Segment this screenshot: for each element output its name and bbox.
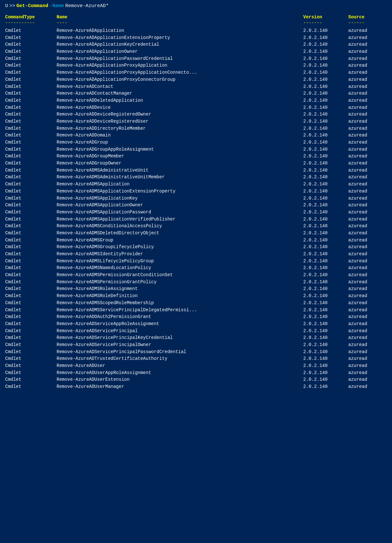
prompt-command: Get-Command	[16, 3, 48, 9]
table-row: CmdletRemove-AzureADGroupAppRoleAssignme…	[5, 146, 387, 153]
cell-type: Cmdlet	[5, 300, 57, 307]
table-row: CmdletRemove-AzureADMSApplication2.0.2.1…	[5, 181, 387, 188]
cell-version: 2.0.2.140	[303, 209, 348, 216]
cell-source: azuread	[348, 174, 387, 181]
col-header-name: Name	[57, 14, 303, 20]
cell-source: azuread	[348, 132, 387, 139]
table-row: CmdletRemove-AzureADServicePrincipalPass…	[5, 349, 387, 356]
table-row: CmdletRemove-AzureADMSNamedLocationPolic…	[5, 265, 387, 272]
cell-version: 2.0.2.140	[303, 104, 348, 111]
divider-row: ----------- ---- ------- ------	[5, 20, 387, 25]
cell-name: Remove-AzureADGroupAppRoleAssignment	[57, 146, 303, 153]
table-row: CmdletRemove-AzureADMSGroup2.0.2.140azur…	[5, 237, 387, 244]
cell-source: azuread	[348, 286, 387, 293]
cell-version: 2.0.2.140	[303, 216, 348, 223]
cell-version: 2.0.2.140	[303, 334, 348, 342]
cell-source: azuread	[348, 125, 387, 132]
cell-version: 2.0.2.140	[303, 62, 348, 69]
cell-version: 2.0.2.140	[303, 342, 348, 349]
cell-version: 2.0.2.140	[303, 300, 348, 307]
cell-source: azuread	[348, 342, 387, 349]
col-header-version: Version	[303, 14, 348, 20]
col-header-source: Source	[348, 14, 387, 20]
cell-type: Cmdlet	[5, 90, 57, 97]
cell-source: azuread	[348, 265, 387, 272]
cell-type: Cmdlet	[5, 349, 57, 356]
cell-source: azuread	[348, 293, 387, 300]
cell-type: Cmdlet	[5, 160, 57, 167]
table-row: CmdletRemove-AzureADContact2.0.2.140azur…	[5, 83, 387, 90]
cell-type: Cmdlet	[5, 370, 57, 377]
cell-version: 2.0.2.140	[303, 314, 348, 321]
cell-version: 2.0.2.140	[303, 370, 348, 377]
cell-name: Remove-AzureADMSRoleAssignment	[57, 286, 303, 293]
cell-source: azuread	[348, 90, 387, 97]
table-row: CmdletRemove-AzureADMSIdentityProvider2.…	[5, 251, 387, 258]
table-row: CmdletRemove-AzureADMSApplicationKey2.0.…	[5, 195, 387, 202]
cell-version: 2.0.2.140	[303, 111, 348, 118]
cell-source: azuread	[348, 48, 387, 55]
cell-version: 2.0.2.140	[303, 202, 348, 209]
cell-type: Cmdlet	[5, 195, 57, 202]
cell-source: azuread	[348, 314, 387, 321]
cell-name: Remove-AzureADServiceAppRoleAssignment	[57, 321, 303, 328]
cell-name: Remove-AzureADUser	[57, 362, 303, 370]
cell-version: 2.0.2.140	[303, 230, 348, 237]
table-row: CmdletRemove-AzureADMSConditionalAccessP…	[5, 223, 387, 230]
cell-type: Cmdlet	[5, 62, 57, 69]
table-row: CmdletRemove-AzureADMSRoleAssignment2.0.…	[5, 286, 387, 293]
cell-type: Cmdlet	[5, 321, 57, 328]
table-row: CmdletRemove-AzureADMSPermissionGrantPol…	[5, 279, 387, 286]
table-row: CmdletRemove-AzureADApplication2.0.2.140…	[5, 27, 387, 34]
table-row: CmdletRemove-AzureADUser2.0.2.140azuread	[5, 362, 387, 370]
table-row: CmdletRemove-AzureADGroup2.0.2.140azurea…	[5, 139, 387, 146]
table-row: CmdletRemove-AzureADMSAdministrativeUnit…	[5, 174, 387, 181]
divider-version: -------	[303, 20, 348, 25]
cell-type: Cmdlet	[5, 202, 57, 209]
cell-source: azuread	[348, 334, 387, 342]
table-row: CmdletRemove-AzureADMSScopedRoleMembersh…	[5, 300, 387, 307]
table-row: CmdletRemove-AzureADMSApplicationPasswor…	[5, 209, 387, 216]
cell-source: azuread	[348, 160, 387, 167]
cell-name: Remove-AzureADMSScopedRoleMembership	[57, 300, 303, 307]
table-row: CmdletRemove-AzureADContactManager2.0.2.…	[5, 90, 387, 97]
prompt-arrows: >>	[9, 3, 15, 9]
cell-type: Cmdlet	[5, 265, 57, 272]
cell-type: Cmdlet	[5, 334, 57, 342]
table-row: CmdletRemove-AzureADDeviceRegisteredOwne…	[5, 111, 387, 118]
cell-version: 2.0.2.140	[303, 118, 348, 125]
cell-source: azuread	[348, 104, 387, 111]
results-table: CommandType Name Version Source --------…	[5, 14, 387, 390]
cell-version: 2.0.2.140	[303, 244, 348, 251]
table-row: CmdletRemove-AzureADMSAdministrativeUnit…	[5, 167, 387, 174]
cell-source: azuread	[348, 146, 387, 153]
cell-type: Cmdlet	[5, 76, 57, 83]
cell-version: 2.0.2.140	[303, 90, 348, 97]
cell-name: Remove-AzureADContact	[57, 83, 303, 90]
cell-name: Remove-AzureADMSAdministrativeUnit	[57, 167, 303, 174]
cell-version: 2.0.2.140	[303, 279, 348, 286]
cell-source: azuread	[348, 181, 387, 188]
cell-source: azuread	[348, 237, 387, 244]
cell-version: 2.0.2.140	[303, 97, 348, 104]
cell-type: Cmdlet	[5, 279, 57, 286]
prompt-user: U	[5, 3, 8, 9]
table-row: CmdletRemove-AzureADMSDeletedDirectoryOb…	[5, 230, 387, 237]
cell-name: Remove-AzureADMSApplicationOwner	[57, 202, 303, 209]
cell-version: 2.0.2.140	[303, 258, 348, 265]
cell-type: Cmdlet	[5, 272, 57, 279]
cell-type: Cmdlet	[5, 181, 57, 188]
cell-type: Cmdlet	[5, 307, 57, 314]
cell-source: azuread	[348, 167, 387, 174]
cell-version: 2.0.2.140	[303, 307, 348, 314]
table-row: CmdletRemove-AzureADDevice2.0.2.140azure…	[5, 104, 387, 111]
cell-type: Cmdlet	[5, 383, 57, 390]
cell-source: azuread	[348, 188, 387, 195]
cell-source: azuread	[348, 349, 387, 356]
cell-source: azuread	[348, 83, 387, 90]
cell-version: 2.0.2.140	[303, 188, 348, 195]
cell-version: 2.0.2.140	[303, 27, 348, 34]
cell-type: Cmdlet	[5, 237, 57, 244]
cell-type: Cmdlet	[5, 111, 57, 118]
table-row: CmdletRemove-AzureADApplicationProxyConn…	[5, 76, 387, 83]
